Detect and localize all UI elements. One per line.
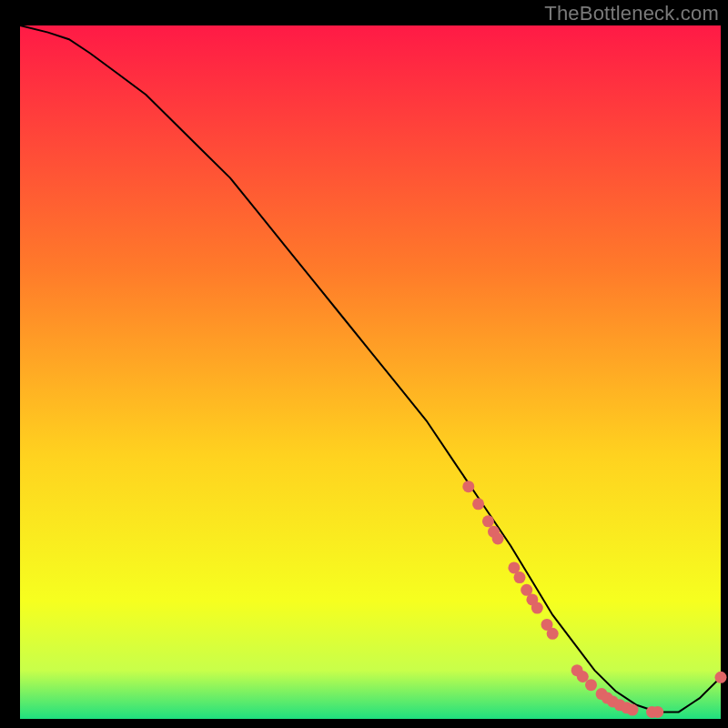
marker-dot bbox=[531, 602, 543, 614]
marker-dot bbox=[652, 706, 663, 718]
marker-dot bbox=[492, 532, 504, 544]
marker-dot bbox=[547, 628, 559, 640]
marker-dot bbox=[577, 671, 589, 682]
marker-dot bbox=[715, 672, 727, 683]
marker-dot bbox=[472, 498, 484, 510]
bottleneck-chart bbox=[0, 0, 728, 728]
gradient-background bbox=[20, 25, 721, 719]
marker-dot bbox=[482, 515, 494, 527]
chart-container: { "watermark": "TheBottleneck.com", "col… bbox=[0, 0, 728, 728]
marker-dot bbox=[627, 704, 639, 716]
marker-dot bbox=[514, 571, 526, 583]
marker-dot bbox=[462, 480, 474, 492]
watermark-text: TheBottleneck.com bbox=[544, 2, 719, 25]
marker-dot bbox=[585, 679, 597, 691]
